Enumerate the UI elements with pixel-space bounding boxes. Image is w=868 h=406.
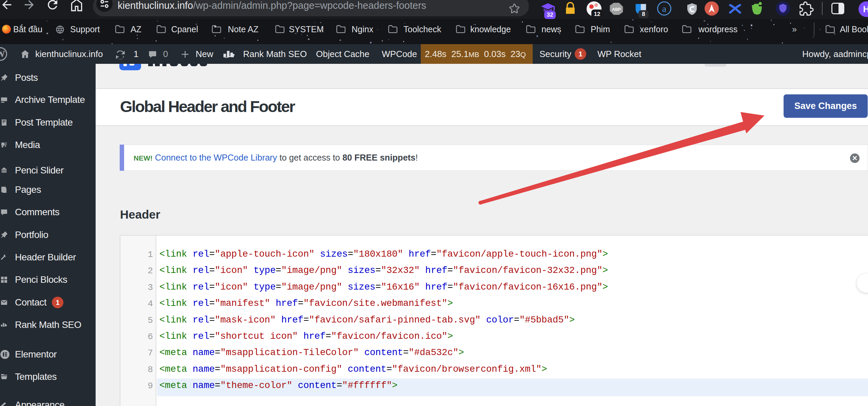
svg-text:ABP: ABP bbox=[612, 7, 621, 12]
